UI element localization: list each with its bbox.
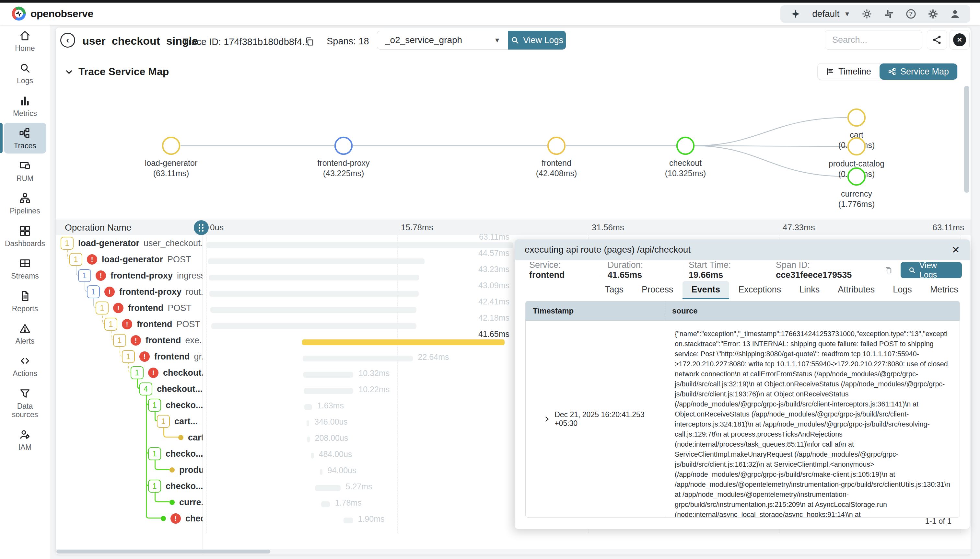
sidebar-item-data-sources[interactable]: Data sources (4, 383, 46, 422)
span-row[interactable]: 4checkout... (139, 381, 202, 397)
span-row[interactable]: 1!frontendPOST ... (104, 316, 202, 332)
span-bar[interactable] (303, 388, 353, 394)
stream-select-value: _o2_service_graph (385, 35, 462, 45)
span-service-name: frontend (128, 303, 163, 313)
tab-attributes[interactable]: Attributes (829, 281, 884, 299)
sidebar-item-pipelines[interactable]: Pipelines (4, 188, 46, 218)
settings-gear-icon[interactable] (927, 8, 939, 20)
metrics-icon (19, 95, 31, 107)
close-trace-button[interactable]: ✕ (950, 30, 970, 50)
tab-logs[interactable]: Logs (884, 281, 921, 299)
view-logs-button[interactable]: View Logs (508, 31, 566, 50)
child-count-badge[interactable]: 1 (131, 366, 144, 379)
close-icon[interactable]: ✕ (952, 244, 960, 256)
child-count-badge[interactable]: 1 (113, 334, 126, 347)
sidebar-item-metrics[interactable]: Metrics (4, 90, 46, 121)
span-bar[interactable] (304, 404, 312, 410)
sidebar-item-label: Traces (13, 142, 36, 150)
tab-links[interactable]: Links (790, 281, 829, 299)
event-row[interactable]: Dec 21, 2025 16:20:41.253 +05:30 {"name"… (526, 321, 960, 518)
span-view-logs-button[interactable]: View Logs (900, 262, 962, 278)
span-bar[interactable] (315, 485, 341, 491)
child-count-badge[interactable]: 1 (148, 447, 161, 460)
sidebar-item-home[interactable]: Home (4, 25, 46, 56)
tab-tags[interactable]: Tags (596, 281, 633, 299)
tab-process[interactable]: Process (633, 281, 683, 299)
spans-count: Spans: 18 (327, 36, 369, 46)
span-row[interactable]: 1load-generatoruser_checkout... (61, 235, 202, 251)
span-bar[interactable] (311, 453, 314, 458)
search-input[interactable] (832, 35, 915, 45)
span-row[interactable]: produ... (166, 462, 202, 478)
tab-exceptions[interactable]: Exceptions (729, 281, 790, 299)
span-bar[interactable] (320, 469, 322, 475)
sidebar-item-rum[interactable]: RUM (4, 155, 46, 186)
copy-trace-id-icon[interactable] (305, 36, 315, 47)
org-selector[interactable]: default ▼ (812, 9, 851, 19)
span-bar[interactable] (307, 437, 310, 442)
child-count-badge[interactable]: 1 (148, 399, 161, 412)
span-bar[interactable] (321, 501, 330, 507)
help-icon[interactable]: ? (905, 8, 917, 20)
child-count-badge[interactable]: 4 (139, 382, 152, 395)
span-bar[interactable] (206, 242, 513, 248)
span-row[interactable]: 1!checkout... (131, 365, 202, 381)
child-count-badge[interactable]: 1 (104, 318, 117, 331)
sidebar-item-streams[interactable]: Streams (4, 253, 46, 283)
span-bar[interactable] (208, 258, 425, 264)
copy-span-id-icon[interactable] (884, 266, 892, 275)
span-row[interactable]: cart... (174, 430, 202, 446)
sidebar-item-dashboards[interactable]: Dashboards (4, 220, 46, 251)
ai-sparkle-icon[interactable] (790, 8, 801, 20)
child-count-badge[interactable]: 1 (70, 253, 82, 266)
expand-chevron-icon[interactable] (544, 416, 550, 422)
span-row[interactable]: 1!frontend-proxyrout... (87, 284, 202, 300)
events-table-header: Timestamp source (526, 301, 960, 321)
sidebar-item-logs[interactable]: Logs (4, 58, 46, 88)
sidebar-item-alerts[interactable]: Alerts (4, 318, 46, 349)
span-bar[interactable] (303, 372, 353, 378)
child-count-badge[interactable]: 1 (87, 285, 100, 298)
span-row[interactable]: 1!frontend-proxyingress (78, 268, 202, 284)
child-count-badge[interactable]: 1 (148, 480, 161, 493)
sidebar-item-reports[interactable]: Reports (4, 286, 46, 316)
share-button[interactable] (927, 30, 947, 50)
span-row[interactable]: 1checko... (148, 478, 202, 494)
slack-icon[interactable] (884, 8, 894, 20)
span-bar[interactable] (303, 356, 413, 361)
span-bar[interactable] (343, 518, 353, 523)
span-row[interactable]: !check... (157, 510, 202, 527)
user-profile-icon[interactable] (950, 8, 960, 20)
span-duration-label: 1.63ms (317, 401, 344, 410)
theme-toggle-icon[interactable] (861, 8, 872, 20)
span-row[interactable]: 1!frontendexe... (113, 332, 202, 349)
span-row[interactable]: 1checko... (148, 397, 202, 413)
tab-events[interactable]: Events (683, 281, 730, 299)
span-bar[interactable] (211, 323, 416, 329)
span-row[interactable]: 1!frontendPOST (96, 300, 192, 316)
child-count-badge[interactable]: 1 (157, 415, 170, 428)
span-row[interactable]: curre... (166, 494, 202, 510)
span-bar[interactable] (307, 420, 309, 426)
span-row[interactable]: 1!frontendgr... (122, 349, 202, 365)
child-count-badge[interactable]: 1 (78, 269, 91, 282)
sidebar-item-actions[interactable]: Actions (4, 351, 46, 381)
span-bar[interactable] (210, 307, 416, 313)
span-bar[interactable] (209, 291, 419, 297)
horizontal-scrollbar[interactable] (56, 550, 270, 554)
service-map-graph[interactable]: load-generator (63.11ms) frontend-proxy … (56, 76, 971, 215)
column-resize-handle[interactable] (194, 220, 209, 235)
child-count-badge[interactable]: 1 (122, 350, 135, 363)
span-bar[interactable] (209, 275, 419, 281)
vertical-scrollbar[interactable] (964, 86, 969, 193)
span-row[interactable]: 1!load-generatorPOST (70, 251, 191, 268)
sidebar-item-traces[interactable]: Traces (4, 123, 46, 153)
selected-span-bar[interactable] (302, 339, 504, 345)
span-row[interactable]: 1checko... (148, 446, 202, 462)
sidebar-item-iam[interactable]: IAM (4, 424, 46, 455)
child-count-badge[interactable]: 1 (96, 301, 109, 314)
child-count-badge[interactable]: 1 (61, 237, 73, 250)
back-button[interactable]: ‹ (60, 33, 75, 48)
tab-metrics[interactable]: Metrics (921, 281, 967, 299)
stream-select[interactable]: _o2_service_graph ▼ (377, 31, 508, 50)
